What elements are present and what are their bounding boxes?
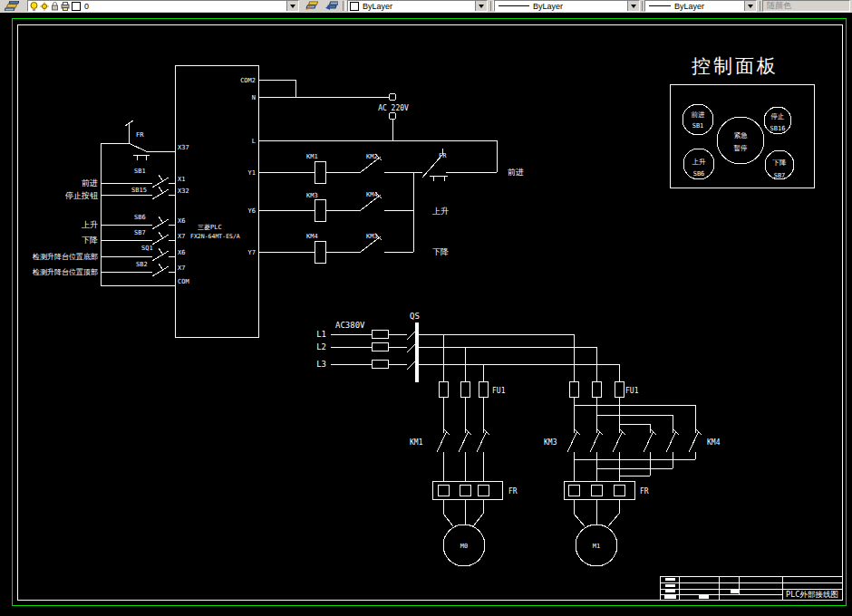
qs-label: QS <box>410 312 420 321</box>
km3-contacts-label: KM3 <box>544 438 557 447</box>
motor-branch-m0: FU1 KM1 FR M0 <box>410 381 518 566</box>
panel-btn-down-id: SB7 <box>774 172 786 179</box>
chevron-down-icon <box>479 5 484 8</box>
device-sq1-label: SQ1 <box>141 245 153 252</box>
motor-branch-m1: FU1 KM3 KM4 FR M1 <box>544 381 721 566</box>
layer-previous-button[interactable] <box>322 0 341 12</box>
row-label-up: 上升 <box>432 207 449 216</box>
title-block: PLC外部接线图 <box>660 576 842 600</box>
linetype-sample <box>499 5 529 6</box>
chevron-down-icon <box>631 5 636 8</box>
device-sb15-label: SB15 <box>131 187 147 194</box>
lineweight-combo-dropdown[interactable] <box>744 1 756 11</box>
layer-color-swatch <box>72 2 81 11</box>
layers-icon <box>5 1 19 11</box>
device-sb2-label: SB2 <box>136 261 148 268</box>
layer-control-combo[interactable]: 0 <box>27 0 299 12</box>
input-label-top-sensor: 检测升降台位置顶部 <box>32 268 98 276</box>
plotstyle-value: 随颜色 <box>767 0 791 12</box>
km1-contacts-label: KM1 <box>410 438 423 447</box>
input-label-up: 上升 <box>82 220 98 229</box>
km4-contacts-label: KM4 <box>707 438 721 447</box>
layer-plot-printer-icon <box>61 2 70 11</box>
control-panel-legend: 控制面板 前进 SB1 停止 SB16 紧急 暂停 上升 SB6 下降 SB7 <box>670 55 814 188</box>
device-sb1-label: SB1 <box>134 168 146 175</box>
object-properties-toolbar: 0 ByLayer ByLayer <box>0 0 852 14</box>
cad-application-window: 0 ByLayer ByLayer <box>0 0 852 616</box>
fr-label-branch1: FR <box>508 487 518 496</box>
panel-btn-stop-label: 停止 <box>771 112 785 120</box>
color-control-combo[interactable]: ByLayer <box>347 0 488 12</box>
current-color-swatch <box>350 2 359 11</box>
plc-pin-x7b: X7 <box>178 265 185 272</box>
device-sb7-label: SB7 <box>134 229 146 236</box>
qs-switch-bar <box>415 322 419 382</box>
panel-btn-stop-id: SB16 <box>770 125 786 132</box>
output-ladder: KM1 KM2 FR KM3 KM4 KM4 KM3 前进 上升 下降 <box>258 140 524 263</box>
plc-name-line1: 三菱PLC <box>198 224 222 231</box>
fu1-label-branch1: FU1 <box>492 387 506 395</box>
ac220v-label: AC 220V <box>378 104 409 112</box>
device-fr-label: FR <box>136 131 144 139</box>
power-circuit: L1 L2 L3 AC380V QS FU1 KM1 FR M0 <box>316 312 720 566</box>
coil-km1-label: KM1 <box>306 153 318 160</box>
toolbar-separator <box>343 1 346 11</box>
phase-l2-label: L2 <box>316 342 326 351</box>
plc-pin-com-left: COM <box>178 278 189 285</box>
drawing-title: PLC外部接线图 <box>786 590 838 599</box>
lineweight-value: ByLayer <box>674 2 704 11</box>
panel-btn-emergency-line1: 紧急 <box>734 131 749 140</box>
plc-pin-x7a: X7 <box>178 233 185 240</box>
plc-box: 三菱PLC FX2N-64MT-ES/A X37 X1 X32 X6 X7 X6… <box>175 65 258 337</box>
plc-pin-x6b: X6 <box>178 249 185 256</box>
device-sb6-label: SB6 <box>134 214 146 221</box>
layers-dialog-button[interactable] <box>1 0 23 12</box>
thermal-fr-label: FR <box>439 152 447 159</box>
lineweight-sample <box>649 5 671 6</box>
color-combo-dropdown[interactable] <box>475 1 487 11</box>
plc-pin-y1: Y1 <box>248 169 256 177</box>
plc-pin-y6: Y6 <box>248 207 256 215</box>
fu1-label-branch2: FU1 <box>625 387 639 395</box>
motor-m1-label: M1 <box>593 543 600 550</box>
layer-lock-icon <box>51 2 59 11</box>
control-panel-title: 控制面板 <box>692 55 779 77</box>
panel-btn-up-label: 上升 <box>692 158 707 166</box>
drawing-canvas[interactable]: 三菱PLC FX2N-64MT-ES/A X37 X1 X32 X6 X7 X6… <box>0 13 852 616</box>
layer-combo-dropdown[interactable] <box>286 1 298 11</box>
plc-pin-com2: COM2 <box>240 77 256 84</box>
plc-pin-n: N <box>252 94 256 101</box>
chevron-down-icon <box>748 5 753 8</box>
plc-pin-y7: Y7 <box>248 249 256 256</box>
fr-label-branch2: FR <box>640 487 649 496</box>
plc-pin-x6a: X6 <box>178 217 185 225</box>
linetype-value: ByLayer <box>533 2 563 11</box>
coil-km4-label: KM4 <box>306 233 318 240</box>
make-layer-current-button[interactable] <box>302 0 321 12</box>
plc-pin-x1: X1 <box>178 176 185 183</box>
panel-btn-up-id: SB6 <box>693 170 705 178</box>
plc-pin-x32: X32 <box>178 188 189 195</box>
input-label-down: 下降 <box>82 236 98 245</box>
make-layer-current-icon <box>305 1 318 11</box>
linetype-control-combo[interactable]: ByLayer <box>494 0 640 12</box>
layer-previous-icon <box>324 1 338 11</box>
chevron-down-icon <box>290 5 295 8</box>
coil-km3-label: KM3 <box>306 192 318 199</box>
ac380v-label: AC380V <box>335 321 365 330</box>
plc-pin-l: L <box>252 138 256 145</box>
drawing-limits-border <box>12 18 846 605</box>
lineweight-control-combo[interactable]: ByLayer <box>644 0 757 12</box>
plc-name-line2: FX2N-64MT-ES/A <box>190 233 240 240</box>
color-value: ByLayer <box>363 2 392 11</box>
plc-input-wiring: FR SB1 SB15 SB6 SB7 SQ1 SB2 前进 停止按钮 上升 下… <box>32 120 175 285</box>
layer-name: 0 <box>84 2 89 11</box>
layer-freeze-sun-icon <box>40 2 49 11</box>
linetype-combo-dropdown[interactable] <box>627 1 639 11</box>
interlock-km2-label: KM2 <box>366 153 378 160</box>
panel-btn-forward-label: 前进 <box>692 111 706 119</box>
phase-l1-label: L1 <box>316 330 326 339</box>
plc-pin-x37: X37 <box>178 144 189 151</box>
panel-btn-forward-id: SB1 <box>692 122 704 130</box>
input-label-forward: 前进 <box>82 178 98 188</box>
